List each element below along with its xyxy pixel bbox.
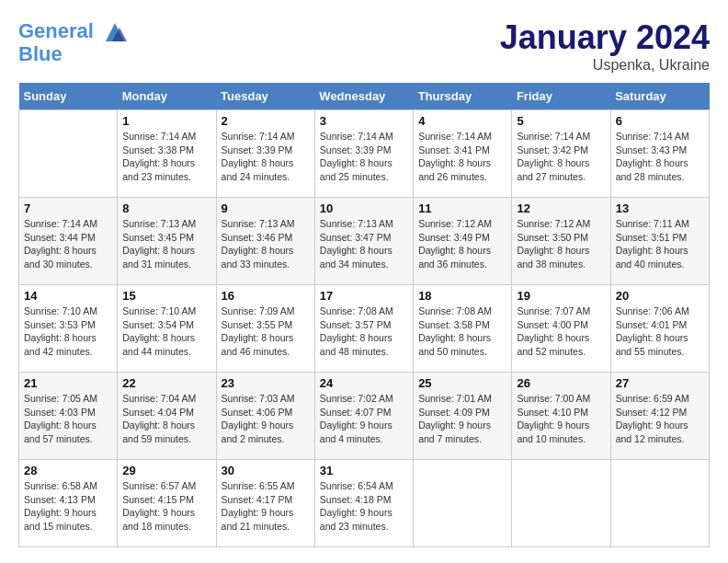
col-header-thursday: Thursday bbox=[414, 83, 512, 110]
calendar-week-row: 7Sunrise: 7:14 AM Sunset: 3:44 PM Daylig… bbox=[19, 198, 710, 285]
calendar-cell: 7Sunrise: 7:14 AM Sunset: 3:44 PM Daylig… bbox=[19, 198, 118, 285]
calendar-cell: 15Sunrise: 7:10 AM Sunset: 3:54 PM Dayli… bbox=[118, 285, 216, 373]
day-info: Sunrise: 7:05 AM Sunset: 4:03 PM Dayligh… bbox=[24, 392, 112, 446]
day-info: Sunrise: 6:54 AM Sunset: 4:18 PM Dayligh… bbox=[320, 479, 408, 534]
day-info: Sunrise: 7:14 AM Sunset: 3:39 PM Dayligh… bbox=[222, 130, 310, 184]
page-header: General Blue January 2024 Uspenka, Ukrai… bbox=[18, 18, 710, 74]
calendar-cell: 5Sunrise: 7:14 AM Sunset: 3:42 PM Daylig… bbox=[512, 110, 610, 198]
day-info: Sunrise: 7:10 AM Sunset: 3:53 PM Dayligh… bbox=[24, 304, 112, 359]
day-info: Sunrise: 7:07 AM Sunset: 4:00 PM Dayligh… bbox=[517, 304, 605, 359]
calendar-cell: 1Sunrise: 7:14 AM Sunset: 3:38 PM Daylig… bbox=[118, 110, 216, 198]
day-number: 8 bbox=[122, 201, 210, 215]
day-number: 25 bbox=[418, 376, 506, 390]
day-number: 4 bbox=[418, 114, 506, 128]
calendar-cell: 29Sunrise: 6:57 AM Sunset: 4:15 PM Dayli… bbox=[118, 460, 216, 547]
calendar-cell: 13Sunrise: 7:11 AM Sunset: 3:51 PM Dayli… bbox=[610, 198, 709, 285]
calendar-cell bbox=[610, 460, 709, 547]
col-header-tuesday: Tuesday bbox=[216, 83, 314, 110]
calendar-cell: 18Sunrise: 7:08 AM Sunset: 3:58 PM Dayli… bbox=[414, 285, 512, 373]
col-header-saturday: Saturday bbox=[610, 83, 709, 110]
day-number: 9 bbox=[222, 201, 310, 215]
calendar-header-row: SundayMondayTuesdayWednesdayThursdayFrid… bbox=[19, 83, 710, 110]
calendar-week-row: 1Sunrise: 7:14 AM Sunset: 3:38 PM Daylig… bbox=[19, 110, 710, 198]
col-header-sunday: Sunday bbox=[19, 83, 118, 110]
day-number: 15 bbox=[122, 289, 210, 303]
day-number: 7 bbox=[24, 201, 112, 215]
day-number: 27 bbox=[616, 376, 704, 390]
day-info: Sunrise: 7:13 AM Sunset: 3:46 PM Dayligh… bbox=[222, 217, 310, 271]
day-number: 29 bbox=[122, 464, 210, 477]
calendar-cell: 23Sunrise: 7:03 AM Sunset: 4:06 PM Dayli… bbox=[216, 373, 314, 460]
calendar-cell bbox=[512, 460, 610, 547]
day-number: 5 bbox=[517, 114, 605, 128]
calendar-cell: 17Sunrise: 7:08 AM Sunset: 3:57 PM Dayli… bbox=[314, 285, 413, 373]
day-info: Sunrise: 7:09 AM Sunset: 3:55 PM Dayligh… bbox=[222, 304, 310, 359]
day-info: Sunrise: 7:01 AM Sunset: 4:09 PM Dayligh… bbox=[418, 392, 506, 446]
day-info: Sunrise: 7:06 AM Sunset: 4:01 PM Dayligh… bbox=[616, 304, 704, 359]
day-number: 23 bbox=[222, 376, 310, 390]
calendar-cell: 6Sunrise: 7:14 AM Sunset: 3:43 PM Daylig… bbox=[610, 110, 709, 198]
month-title: January 2024 bbox=[500, 18, 710, 57]
day-number: 14 bbox=[24, 289, 112, 303]
day-number: 10 bbox=[320, 201, 408, 215]
day-number: 12 bbox=[517, 201, 605, 215]
day-info: Sunrise: 7:13 AM Sunset: 3:47 PM Dayligh… bbox=[320, 217, 408, 271]
calendar-cell: 21Sunrise: 7:05 AM Sunset: 4:03 PM Dayli… bbox=[19, 373, 118, 460]
location: Uspenka, Ukraine bbox=[500, 57, 710, 74]
day-number: 22 bbox=[122, 376, 210, 390]
day-number: 6 bbox=[616, 114, 704, 128]
calendar-cell: 24Sunrise: 7:02 AM Sunset: 4:07 PM Dayli… bbox=[314, 373, 413, 460]
calendar-cell: 8Sunrise: 7:13 AM Sunset: 3:45 PM Daylig… bbox=[118, 198, 216, 285]
day-info: Sunrise: 7:13 AM Sunset: 3:45 PM Dayligh… bbox=[122, 217, 210, 271]
day-number: 30 bbox=[222, 464, 310, 477]
day-info: Sunrise: 7:14 AM Sunset: 3:43 PM Dayligh… bbox=[616, 130, 704, 184]
calendar-cell: 27Sunrise: 6:59 AM Sunset: 4:12 PM Dayli… bbox=[610, 373, 709, 460]
calendar-cell: 2Sunrise: 7:14 AM Sunset: 3:39 PM Daylig… bbox=[216, 110, 314, 198]
calendar-cell: 31Sunrise: 6:54 AM Sunset: 4:18 PM Dayli… bbox=[314, 460, 413, 547]
calendar-cell: 9Sunrise: 7:13 AM Sunset: 3:46 PM Daylig… bbox=[216, 198, 314, 285]
calendar-cell: 22Sunrise: 7:04 AM Sunset: 4:04 PM Dayli… bbox=[118, 373, 216, 460]
logo: General Blue bbox=[18, 18, 129, 66]
day-number: 31 bbox=[320, 464, 408, 477]
calendar-cell: 14Sunrise: 7:10 AM Sunset: 3:53 PM Dayli… bbox=[19, 285, 118, 373]
calendar-cell: 4Sunrise: 7:14 AM Sunset: 3:41 PM Daylig… bbox=[414, 110, 512, 198]
day-info: Sunrise: 7:14 AM Sunset: 3:42 PM Dayligh… bbox=[517, 130, 605, 184]
day-number: 28 bbox=[24, 464, 112, 477]
day-number: 17 bbox=[320, 289, 408, 303]
calendar-cell: 11Sunrise: 7:12 AM Sunset: 3:49 PM Dayli… bbox=[414, 198, 512, 285]
day-info: Sunrise: 7:14 AM Sunset: 3:38 PM Dayligh… bbox=[122, 130, 210, 184]
calendar-table: SundayMondayTuesdayWednesdayThursdayFrid… bbox=[18, 83, 710, 547]
day-number: 26 bbox=[517, 376, 605, 390]
day-info: Sunrise: 6:58 AM Sunset: 4:13 PM Dayligh… bbox=[24, 479, 112, 534]
day-info: Sunrise: 7:08 AM Sunset: 3:58 PM Dayligh… bbox=[418, 304, 506, 359]
col-header-monday: Monday bbox=[118, 83, 216, 110]
day-info: Sunrise: 7:10 AM Sunset: 3:54 PM Dayligh… bbox=[122, 304, 210, 359]
logo-icon bbox=[101, 18, 129, 46]
calendar-week-row: 21Sunrise: 7:05 AM Sunset: 4:03 PM Dayli… bbox=[19, 373, 710, 460]
day-info: Sunrise: 7:08 AM Sunset: 3:57 PM Dayligh… bbox=[320, 304, 408, 359]
calendar-cell: 19Sunrise: 7:07 AM Sunset: 4:00 PM Dayli… bbox=[512, 285, 610, 373]
day-number: 11 bbox=[418, 201, 506, 215]
day-info: Sunrise: 7:03 AM Sunset: 4:06 PM Dayligh… bbox=[222, 392, 310, 446]
day-info: Sunrise: 7:02 AM Sunset: 4:07 PM Dayligh… bbox=[320, 392, 408, 446]
day-info: Sunrise: 6:59 AM Sunset: 4:12 PM Dayligh… bbox=[616, 392, 704, 446]
day-info: Sunrise: 7:14 AM Sunset: 3:44 PM Dayligh… bbox=[24, 217, 112, 271]
day-number: 13 bbox=[616, 201, 704, 215]
calendar-cell: 26Sunrise: 7:00 AM Sunset: 4:10 PM Dayli… bbox=[512, 373, 610, 460]
day-info: Sunrise: 7:11 AM Sunset: 3:51 PM Dayligh… bbox=[616, 217, 704, 271]
calendar-cell: 20Sunrise: 7:06 AM Sunset: 4:01 PM Dayli… bbox=[610, 285, 709, 373]
calendar-cell bbox=[19, 110, 118, 198]
calendar-week-row: 28Sunrise: 6:58 AM Sunset: 4:13 PM Dayli… bbox=[19, 460, 710, 547]
day-number: 20 bbox=[616, 289, 704, 303]
day-info: Sunrise: 7:12 AM Sunset: 3:50 PM Dayligh… bbox=[517, 217, 605, 271]
calendar-cell: 25Sunrise: 7:01 AM Sunset: 4:09 PM Dayli… bbox=[414, 373, 512, 460]
calendar-cell: 12Sunrise: 7:12 AM Sunset: 3:50 PM Dayli… bbox=[512, 198, 610, 285]
day-info: Sunrise: 7:04 AM Sunset: 4:04 PM Dayligh… bbox=[122, 392, 210, 446]
col-header-wednesday: Wednesday bbox=[314, 83, 413, 110]
day-number: 21 bbox=[24, 376, 112, 390]
calendar-cell: 30Sunrise: 6:55 AM Sunset: 4:17 PM Dayli… bbox=[216, 460, 314, 547]
day-number: 3 bbox=[320, 114, 408, 128]
title-block: January 2024 Uspenka, Ukraine bbox=[500, 18, 710, 74]
day-info: Sunrise: 7:00 AM Sunset: 4:10 PM Dayligh… bbox=[517, 392, 605, 446]
day-info: Sunrise: 7:14 AM Sunset: 3:39 PM Dayligh… bbox=[320, 130, 408, 184]
